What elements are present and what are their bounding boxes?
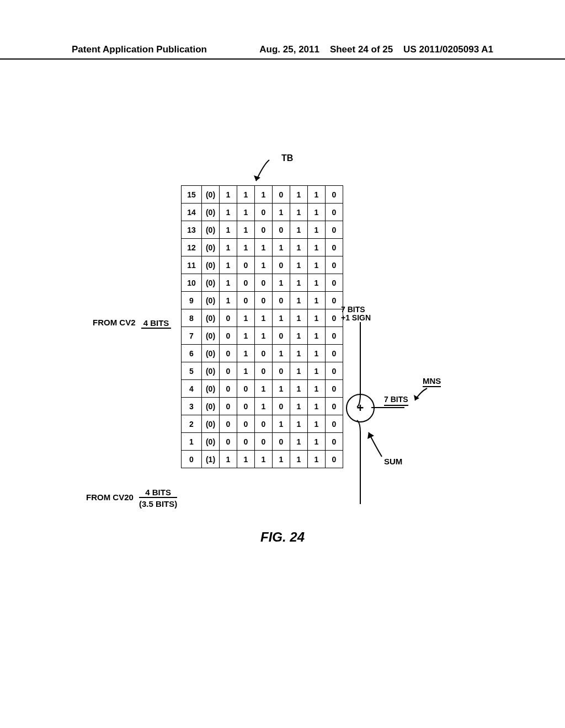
table-row: 9(0)1000110	[182, 292, 343, 309]
cell-bit: 1	[308, 362, 326, 380]
table-row: 14(0)1101110	[182, 204, 343, 221]
cell-bit: 1	[290, 239, 308, 256]
adder-node: +	[346, 394, 375, 422]
cell-index: 12	[182, 239, 202, 256]
cell-bit: 1	[220, 256, 237, 274]
bits-line1: 7 BITS	[341, 305, 365, 314]
cell-bit: 1	[255, 239, 273, 256]
table-row: 4(0)0011110	[182, 380, 343, 398]
cell-bit: 1	[273, 204, 290, 221]
cell-index: 10	[182, 274, 202, 292]
header-sheet: Sheet 24 of 25	[330, 44, 393, 55]
cell-bit: 1	[308, 345, 326, 362]
tb-table-wrap: 15(0)111011014(0)110111013(0)110011012(0…	[181, 185, 343, 468]
cell-bit: 1	[220, 204, 237, 221]
cell-bit: 0	[273, 292, 290, 309]
cell-bit: 1	[237, 451, 255, 468]
table-row: 11(0)1010110	[182, 256, 343, 274]
cell-bit: 0	[237, 398, 255, 415]
svg-marker-3	[367, 432, 374, 439]
cell-sign: (0)	[202, 221, 220, 239]
table-row: 0(1)1111110	[182, 451, 343, 468]
cell-bit: 0	[220, 362, 237, 380]
cell-bit: 1	[220, 274, 237, 292]
cell-bit: 0	[326, 274, 343, 292]
cell-bit: 1	[220, 451, 237, 468]
cell-bit: 0	[326, 292, 343, 309]
cell-bit: 1	[290, 292, 308, 309]
table-row: 12(0)1111110	[182, 239, 343, 256]
cell-bit: 0	[237, 433, 255, 451]
cell-bit: 0	[255, 433, 273, 451]
cell-bit: 0	[326, 239, 343, 256]
from-cv20-numerator: 4 BITS	[139, 488, 177, 498]
cell-bit: 1	[255, 327, 273, 345]
cell-bit: 1	[308, 451, 326, 468]
cell-bit: 0	[220, 327, 237, 345]
cell-bit: 1	[255, 309, 273, 327]
table-row: 7(0)0110110	[182, 327, 343, 345]
cell-bit: 0	[273, 362, 290, 380]
cell-bit: 1	[308, 256, 326, 274]
cell-bit: 0	[237, 274, 255, 292]
cell-bit: 0	[326, 256, 343, 274]
cell-bit: 0	[326, 186, 343, 204]
cell-bit: 0	[220, 380, 237, 398]
cell-index: 5	[182, 362, 202, 380]
cell-bit: 1	[237, 309, 255, 327]
cell-sign: (1)	[202, 451, 220, 468]
cell-bit: 0	[237, 292, 255, 309]
table-row: 8(0)0111110	[182, 309, 343, 327]
cell-bit: 1	[308, 398, 326, 415]
cell-bit: 0	[273, 433, 290, 451]
cell-sign: (0)	[202, 433, 220, 451]
cell-sign: (0)	[202, 274, 220, 292]
cell-bit: 0	[237, 256, 255, 274]
cell-index: 13	[182, 221, 202, 239]
cell-sign: (0)	[202, 292, 220, 309]
cell-bit: 1	[308, 239, 326, 256]
cell-bit: 0	[237, 415, 255, 433]
cell-index: 2	[182, 415, 202, 433]
from-cv20-text: FROM CV20	[86, 493, 134, 502]
cell-bit: 1	[255, 380, 273, 398]
cell-bit: 1	[290, 204, 308, 221]
cell-sign: (0)	[202, 345, 220, 362]
cell-sign: (0)	[202, 186, 220, 204]
cell-bit: 0	[220, 345, 237, 362]
from-cv2-fraction: 4 BITS	[138, 318, 172, 329]
cell-sign: (0)	[202, 256, 220, 274]
header-left: Patent Application Publication	[72, 44, 207, 55]
cell-bit: 1	[255, 186, 273, 204]
cell-sign: (0)	[202, 239, 220, 256]
from-cv20-denominator: (3.5 BITS)	[139, 498, 177, 508]
cell-bit: 1	[220, 186, 237, 204]
cell-bit: 0	[273, 256, 290, 274]
cell-bit: 0	[255, 415, 273, 433]
table-row: 2(0)0001110	[182, 415, 343, 433]
cell-index: 15	[182, 186, 202, 204]
cell-sign: (0)	[202, 309, 220, 327]
mns-label: MNS	[423, 376, 441, 387]
cell-bit: 1	[273, 415, 290, 433]
cell-bit: 1	[290, 327, 308, 345]
from-cv2-label: FROM CV2 4 BITS	[93, 318, 171, 329]
from-cv2-numerator: 4 BITS	[141, 318, 172, 329]
cell-bit: 1	[237, 186, 255, 204]
cell-bit: 0	[220, 398, 237, 415]
cell-bit: 0	[273, 186, 290, 204]
cell-bit: 1	[220, 292, 237, 309]
table-row: 13(0)1100110	[182, 221, 343, 239]
cell-bit: 1	[237, 204, 255, 221]
cell-bit: 1	[273, 345, 290, 362]
cell-bit: 0	[255, 292, 273, 309]
sum-arrow-icon	[365, 429, 393, 462]
seven-bits-output-label: 7 BITS	[384, 395, 408, 406]
from-cv20-fraction: 4 BITS (3.5 BITS)	[136, 488, 177, 508]
cell-sign: (0)	[202, 327, 220, 345]
table-row: 6(0)0101110	[182, 345, 343, 362]
cell-bit: 1	[237, 239, 255, 256]
cell-index: 7	[182, 327, 202, 345]
cell-index: 11	[182, 256, 202, 274]
cell-bit: 1	[273, 309, 290, 327]
